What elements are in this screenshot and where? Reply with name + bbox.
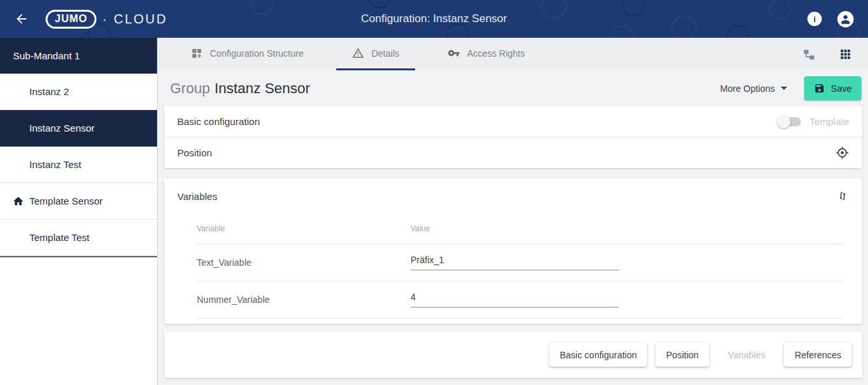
- sidebar-item-label: Template Test: [29, 232, 89, 243]
- sidebar-item-template-sensor[interactable]: Template Sensor: [0, 183, 157, 220]
- more-options-label: More Options: [720, 83, 775, 94]
- info-icon: i: [813, 14, 816, 24]
- info-button[interactable]: i: [807, 12, 822, 26]
- hierarchy-tree-icon: [802, 48, 816, 61]
- basic-configuration-label: Basic configuration: [177, 116, 260, 127]
- person-icon: [839, 13, 852, 25]
- jumo-logo-pill: JUMO: [46, 10, 96, 29]
- template-toggle-group: Template: [779, 116, 849, 127]
- table-row: Nummer_Variable: [197, 281, 843, 318]
- tab-configuration-structure[interactable]: Configuration Structure: [175, 38, 319, 70]
- app-header: JUMO · CLOUD Configuration: Instanz Sens…: [0, 0, 868, 38]
- section-navigation-bar: Basic configuration Position Variables R…: [164, 332, 862, 378]
- column-header-variable: Variable: [197, 224, 411, 233]
- value-input-nummer-variable[interactable]: [411, 292, 619, 307]
- tab-access-rights[interactable]: Access Rights: [432, 38, 541, 70]
- variables-label: Variables: [177, 191, 217, 202]
- sidebar-item-label: Template Sensor: [29, 195, 103, 207]
- template-toggle[interactable]: [779, 117, 801, 126]
- my-location-button[interactable]: [835, 146, 849, 160]
- warning-triangle-icon: [352, 47, 364, 59]
- page-title-prefix: Group: [170, 80, 210, 96]
- variables-card: Variables Variable Value: [164, 178, 862, 324]
- tab-label: Configuration Structure: [210, 48, 304, 59]
- save-button-label: Save: [831, 83, 852, 94]
- sidebar-item-instanz-test[interactable]: Instanz Test: [0, 147, 157, 183]
- sidebar-root-mandant[interactable]: Sub-Mandant 1: [0, 38, 157, 74]
- apps-grid-icon: [839, 48, 851, 60]
- variables-table-header: Variable Value: [197, 214, 843, 244]
- save-button[interactable]: Save: [804, 76, 861, 100]
- position-label: Position: [177, 147, 212, 158]
- grid-view-button[interactable]: [839, 48, 851, 60]
- hierarchy-view-button[interactable]: [802, 48, 816, 61]
- basic-configuration-row[interactable]: Basic configuration Template: [164, 106, 862, 137]
- sort-variables-button[interactable]: [836, 190, 849, 203]
- my-location-icon: [835, 146, 849, 160]
- account-button[interactable]: [837, 11, 854, 27]
- page-heading-row: GroupInstanz Sensor More Options Save: [158, 70, 868, 106]
- home-icon: [12, 195, 24, 207]
- position-row[interactable]: Position: [164, 137, 862, 168]
- more-options-button[interactable]: More Options: [716, 83, 791, 94]
- value-input-text-variable[interactable]: [411, 255, 619, 270]
- basic-configuration-nav-button[interactable]: Basic configuration: [549, 343, 647, 367]
- key-icon: [448, 47, 460, 59]
- page-title: GroupInstanz Sensor: [170, 80, 310, 97]
- column-header-value: Value: [411, 224, 430, 233]
- sidebar-item-label: Instanz 2: [29, 86, 69, 97]
- sidebar-item-label: Instanz Test: [29, 159, 81, 170]
- tab-label: Access Rights: [467, 48, 525, 59]
- template-toggle-knob: [777, 115, 790, 128]
- main-content: Configuration Structure Details Access R…: [158, 38, 868, 385]
- cloud-logo-text: · CLOUD: [102, 12, 167, 27]
- page-actions: More Options Save: [716, 76, 861, 100]
- save-icon: [814, 83, 825, 94]
- table-row: Text_Variable: [197, 244, 843, 281]
- sidebar-item-label: Instanz Sensor: [29, 122, 94, 134]
- references-nav-button[interactable]: References: [784, 343, 852, 367]
- chevron-down-icon: [781, 87, 787, 90]
- tab-bar: Configuration Structure Details Access R…: [158, 38, 868, 70]
- jumo-cloud-logo: JUMO · CLOUD: [46, 10, 167, 29]
- tab-label: Details: [371, 48, 399, 59]
- variables-table: Variable Value Text_Variable Nummer_Vari…: [164, 214, 862, 324]
- sidebar-root-label: Sub-Mandant 1: [13, 50, 80, 61]
- position-nav-button[interactable]: Position: [656, 343, 709, 367]
- back-button[interactable]: [10, 8, 33, 30]
- sidebar-item-instanz-sensor[interactable]: Instanz Sensor: [0, 110, 157, 147]
- variable-name: Nummer_Variable: [197, 294, 411, 305]
- dashboard-customize-icon: [191, 48, 203, 59]
- sidebar-item-instanz-2[interactable]: Instanz 2: [0, 74, 157, 110]
- sidebar: Sub-Mandant 1 Instanz 2 Instanz Sensor I…: [0, 38, 158, 385]
- template-toggle-label: Template: [809, 116, 849, 127]
- arrow-left-icon: [14, 12, 29, 26]
- window-title: Configuration: Instanz Sensor: [361, 12, 507, 25]
- sidebar-end-divider: [0, 256, 157, 257]
- tabbar-actions: [802, 38, 868, 70]
- divider: [197, 318, 843, 319]
- sidebar-item-template-test[interactable]: Template Test: [0, 220, 157, 256]
- section-gap: [158, 168, 868, 178]
- variables-section-header: Variables: [164, 178, 862, 214]
- variable-name: Text_Variable: [197, 257, 411, 268]
- header-actions: i: [807, 11, 854, 27]
- swap-vertical-icon: [836, 190, 849, 203]
- variables-nav-button: Variables: [717, 343, 775, 367]
- configuration-card: Basic configuration Template Position: [164, 106, 862, 168]
- page-title-name: Instanz Sensor: [214, 80, 310, 96]
- tab-details[interactable]: Details: [336, 38, 415, 70]
